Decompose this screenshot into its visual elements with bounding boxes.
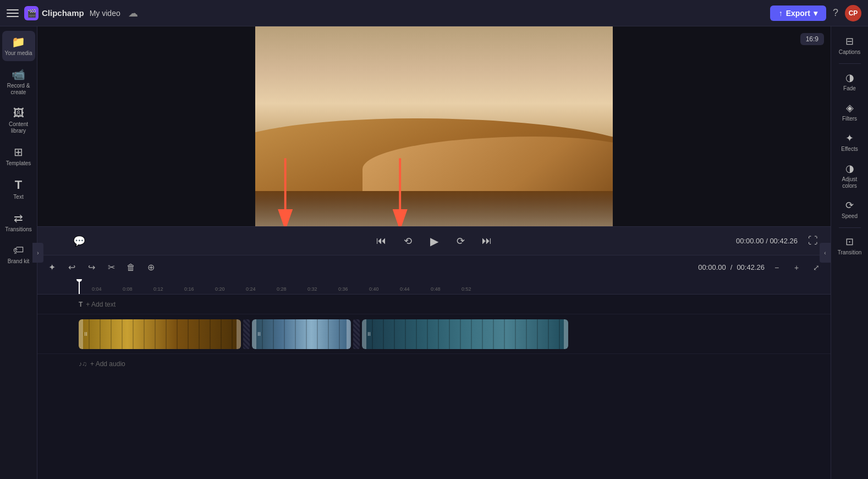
delete-button[interactable]: 🗑 (123, 260, 139, 275)
rewind-button[interactable]: ⟲ (399, 232, 416, 250)
video-track-row: ⏸ ⏸ (37, 314, 831, 354)
caption-button[interactable]: 💬 (70, 232, 88, 250)
export-label: Export (786, 9, 810, 18)
sidebar-item-templates[interactable]: ⊞ Templates (2, 141, 35, 171)
fit-icon: ⤢ (813, 263, 820, 272)
clip-pause-icon-1: ⏸ (83, 331, 89, 337)
hamburger-menu[interactable] (7, 7, 19, 19)
ruler-mark: 0:04 (92, 286, 102, 292)
magic-tool-button[interactable]: ✦ (44, 260, 59, 275)
right-sidebar-item-effects[interactable]: ✦ Effects (833, 128, 867, 157)
transition-icon: ⊡ (845, 236, 854, 248)
clip-desert[interactable]: ⏸ (79, 319, 241, 349)
filters-label: Filters (842, 116, 857, 122)
sidebar-label-brand-kit: Brand kit (8, 258, 29, 265)
ruler-mark: 0:44 (400, 286, 410, 292)
skip-forward-button[interactable]: ⏭ (478, 232, 496, 250)
ruler-mark: 0:40 (369, 286, 379, 292)
export-button[interactable]: ↑ Export ▾ (770, 6, 826, 21)
desert-dunes-layer (255, 137, 613, 226)
right-sidebar-item-adjust-colors[interactable]: ◑ Adjustcolors (833, 158, 867, 194)
right-sidebar-item-filters[interactable]: ◈ Filters (833, 97, 867, 127)
add-clip-icon: ⊕ (147, 262, 155, 273)
undo-button[interactable]: ↩ (64, 260, 79, 275)
speed-icon: ⟳ (845, 199, 854, 211)
fade-label: Fade (843, 85, 856, 92)
ruler-mark: 0:12 (153, 286, 163, 292)
timeline-ruler: 0:04 0:08 0:12 0:16 0:20 0:24 0:28 0:32 … (37, 279, 831, 295)
play-icon: ▶ (430, 235, 438, 248)
rsb-divider-1 (839, 63, 861, 64)
record-icon: 📹 (12, 68, 25, 81)
skip-forward-icon: ⏭ (482, 235, 492, 247)
captions-icon: ⊟ (845, 35, 854, 47)
sidebar-item-your-media[interactable]: 📁 Your media (2, 31, 35, 61)
add-text-row[interactable]: T + Add text (37, 295, 831, 314)
right-sidebar-item-transition[interactable]: ⊡ Transition (833, 231, 867, 260)
skip-back-button[interactable]: ⏮ (372, 232, 390, 250)
text-icon: T (15, 178, 22, 192)
add-text-label: + Add text (86, 301, 116, 308)
clip-nature[interactable]: ⏸ (362, 319, 568, 349)
brand-logo: 🎬 Clipchamp (24, 6, 84, 20)
play-button[interactable]: ▶ (425, 232, 443, 250)
current-time: 00:00.00 (736, 237, 764, 245)
clip-handle-left-3[interactable] (362, 319, 366, 349)
time-display: 00:00.00 / 00:42.26 (736, 237, 798, 245)
ruler-mark: 0:32 (307, 286, 317, 292)
export-icon: ↑ (779, 9, 783, 18)
clip-handle-right-2[interactable] (347, 319, 351, 349)
sidebar-item-transitions[interactable]: ⇄ Transitions (2, 207, 35, 237)
avatar[interactable]: CP (845, 5, 861, 21)
project-title[interactable]: My video (90, 9, 120, 18)
clip-gap-2 (353, 319, 360, 349)
brand-name: Clipchamp (42, 8, 84, 18)
right-sidebar: ‹ ⊟ Captions ◑ Fade ◈ Filters ✦ Effects … (831, 26, 868, 479)
forward-button[interactable]: ⟳ (452, 232, 469, 250)
clip-handle-left-2[interactable] (252, 319, 256, 349)
add-clip-button[interactable]: ⊕ (143, 260, 158, 275)
right-sidebar-collapse-button[interactable]: ‹ (820, 243, 831, 263)
playhead[interactable] (79, 279, 80, 294)
sidebar-item-brand-kit[interactable]: 🏷 Brand kit (2, 240, 35, 269)
clip-handle-right-1[interactable] (237, 319, 241, 349)
help-icon[interactable]: ? (833, 7, 838, 19)
zoom-in-button[interactable]: + (789, 260, 804, 275)
ruler-mark: 0:28 (277, 286, 287, 292)
video-preview-area: 16:9 (37, 26, 831, 226)
content-library-icon: 🖼 (13, 107, 24, 119)
topbar-left: 🎬 Clipchamp My video ☁ (7, 6, 138, 20)
redo-button[interactable]: ↪ (84, 260, 99, 275)
right-sidebar-item-fade[interactable]: ◑ Fade (833, 67, 867, 96)
add-audio-row[interactable]: ♪♫ + Add audio (37, 354, 831, 374)
aspect-ratio-badge[interactable]: 16:9 (800, 33, 824, 45)
sidebar-item-content-library[interactable]: 🖼 Contentlibrary (2, 102, 35, 139)
clip-texture-2 (252, 319, 351, 349)
right-sidebar-item-speed[interactable]: ⟳ Speed (833, 195, 867, 224)
sidebar-item-text[interactable]: T Text (2, 173, 35, 205)
video-track-content: ⏸ ⏸ (79, 318, 831, 351)
clipchamp-logo-icon: 🎬 (24, 6, 39, 20)
cloud-save-icon: ☁ (128, 7, 138, 19)
sidebar-label-templates: Templates (6, 160, 31, 167)
sidebar-label-content-library: Contentlibrary (9, 121, 28, 134)
clip-handle-right-3[interactable] (564, 319, 568, 349)
clip-handle-left-1[interactable] (79, 319, 83, 349)
adjust-colors-label: Adjustcolors (842, 176, 858, 189)
timeline-time-sep: / (730, 263, 733, 271)
redo-icon: ↪ (88, 262, 95, 273)
cut-button[interactable]: ✂ (103, 260, 119, 275)
export-chevron-icon: ▾ (814, 9, 817, 18)
clip-abstract[interactable]: ⏸ (252, 319, 351, 349)
sidebar-collapse-button[interactable]: › (32, 243, 43, 263)
sidebar-item-record[interactable]: 📹 Record &create (2, 63, 35, 100)
sidebar-label-transitions: Transitions (5, 226, 32, 233)
undo-icon: ↩ (68, 262, 75, 273)
left-sidebar: 📁 Your media 📹 Record &create 🖼 Contentl… (0, 26, 37, 479)
right-sidebar-item-captions[interactable]: ⊟ Captions (833, 31, 867, 60)
transitions-icon: ⇄ (14, 211, 23, 225)
ruler-mark: 0:20 (215, 286, 225, 292)
timeline-area: 0:04 0:08 0:12 0:16 0:20 0:24 0:28 0:32 … (37, 279, 831, 479)
magic-icon: ✦ (48, 262, 56, 273)
zoom-out-button[interactable]: − (769, 260, 784, 275)
